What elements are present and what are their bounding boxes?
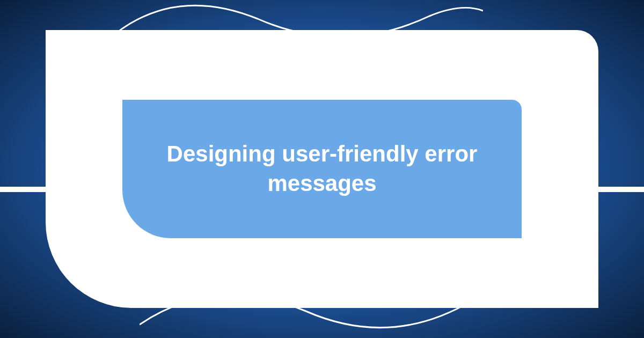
inner-card: Designing user-friendly error messages xyxy=(122,100,522,238)
page-title: Designing user-friendly error messages xyxy=(155,139,489,198)
